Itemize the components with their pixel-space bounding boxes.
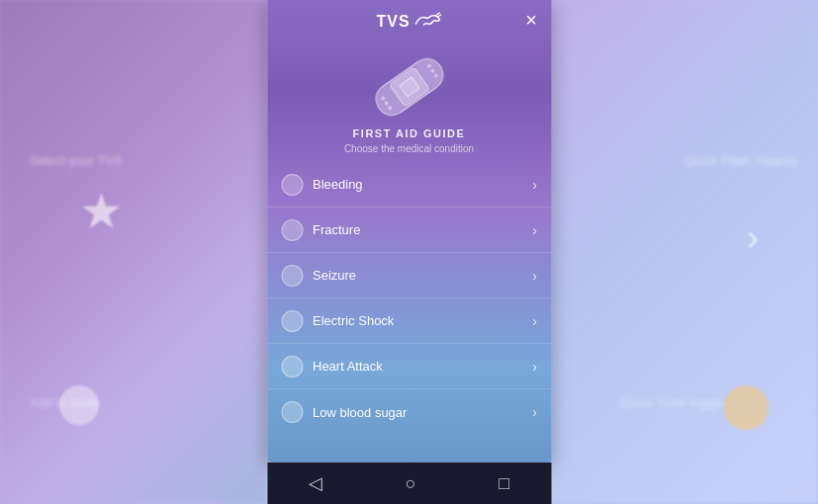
chevron-right-icon: › — [532, 404, 537, 420]
logo-arrow-icon — [414, 12, 442, 31]
home-button[interactable]: ○ — [406, 473, 416, 494]
condition-label: Low blood sugar — [313, 405, 522, 420]
bg-text-right2: Quick Suite toggle — [620, 395, 798, 410]
condition-item[interactable]: Bleeding › — [267, 162, 551, 208]
condition-item[interactable]: Electric Shock › — [267, 298, 551, 344]
tvs-logo: TVS — [376, 12, 441, 31]
condition-item[interactable]: Low blood sugar › — [267, 389, 551, 435]
condition-label: Electric Shock — [313, 313, 522, 328]
chevron-right-icon: › — [532, 177, 537, 193]
condition-dot — [281, 401, 303, 423]
chevron-right-icon: › — [532, 359, 537, 375]
condition-dot — [281, 356, 303, 378]
conditions-list: Bleeding › Fracture › Seizure › Electric… — [267, 162, 551, 462]
back-button[interactable]: ◁ — [309, 472, 322, 494]
bg-text-left: Select your TVS — [30, 153, 208, 168]
condition-dot — [281, 265, 303, 287]
bandage-icon — [362, 52, 456, 122]
main-card: TVS × — [267, 0, 551, 462]
chevron-right-icon: › — [532, 268, 537, 284]
condition-dot — [281, 174, 303, 196]
logo-text: TVS — [376, 13, 409, 31]
bg-text-right: Quick Filter: Nearby — [620, 153, 798, 168]
background-left — [0, 0, 267, 504]
bg-star-icon: ★ — [79, 183, 138, 242]
condition-label: Fracture — [313, 222, 522, 237]
condition-item[interactable]: Heart Attack › — [267, 344, 551, 389]
condition-label: Heart Attack — [313, 359, 522, 374]
close-button[interactable]: × — [525, 10, 537, 30]
app-title: FIRST AID GUIDE — [353, 127, 466, 139]
bg-text-left2: Add to Suite — [30, 395, 208, 410]
recents-button[interactable]: □ — [499, 473, 509, 494]
condition-item[interactable]: Fracture › — [267, 208, 551, 253]
app-subtitle: Choose the medical condition — [344, 143, 474, 154]
card-header: TVS × — [267, 0, 551, 42]
bandage-icon-area — [267, 42, 551, 127]
bottom-navigation: ◁ ○ □ — [267, 462, 551, 504]
chevron-right-icon: › — [532, 313, 537, 329]
condition-dot — [281, 219, 303, 241]
background-right — [551, 0, 818, 504]
condition-item[interactable]: Seizure › — [267, 253, 551, 298]
condition-label: Seizure — [313, 268, 522, 283]
bg-chevron-right-icon: › — [747, 217, 759, 259]
condition-dot — [281, 310, 303, 332]
chevron-right-icon: › — [532, 222, 537, 238]
condition-label: Bleeding — [313, 177, 522, 192]
